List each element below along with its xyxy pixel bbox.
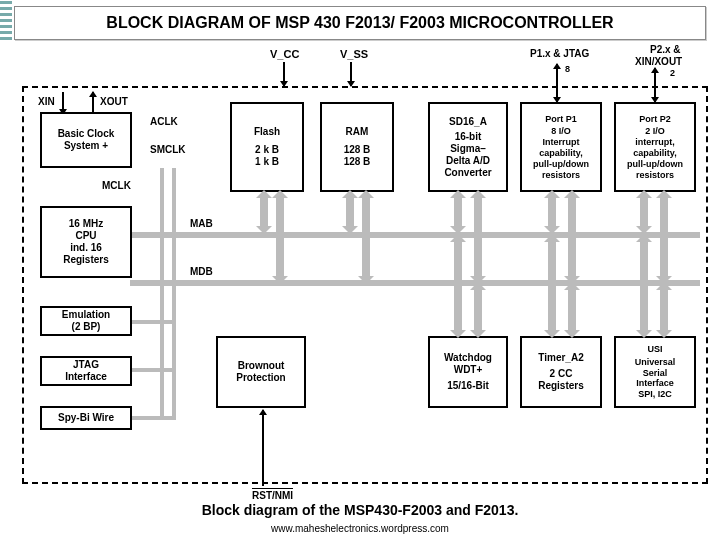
- vcc-label: V_CC: [270, 48, 299, 60]
- mdb-bus: [130, 280, 700, 286]
- rst-label: RST/NMI: [252, 488, 293, 501]
- xin-arrow: [62, 92, 64, 114]
- flash-block: Flash 2 k B 1 k B: [230, 102, 304, 192]
- mclk-label: MCLK: [102, 180, 131, 191]
- spy-conn: [132, 416, 176, 420]
- jtag-conn: [132, 368, 176, 372]
- watchdog-block: Watchdog WDT+ 15/16-Bit: [428, 336, 508, 408]
- xin-label: XIN: [38, 96, 55, 107]
- brownout-block: Brownout Protection: [216, 336, 306, 408]
- p1-bus-label: 8: [565, 64, 570, 74]
- p1-mab: [548, 194, 556, 230]
- corner-decoration: [0, 0, 12, 40]
- sd16-mdb: [474, 194, 482, 280]
- em-conn: [132, 320, 176, 324]
- ram-mdb: [362, 194, 370, 280]
- footer-url: www.maheshelectronics.wordpress.com: [0, 523, 720, 534]
- p1-mdb: [568, 194, 576, 280]
- mab-bus: [130, 232, 700, 238]
- timer-mdb: [568, 286, 576, 334]
- usi-mab: [640, 238, 648, 334]
- mdb-label: MDB: [190, 266, 213, 277]
- sd16-mab: [454, 194, 462, 230]
- vss-arrow: [350, 62, 352, 86]
- sd16-block: SD16_A 16-bit Sigma– Delta A/D Converter: [428, 102, 508, 192]
- caption: Block diagram of the MSP430-F2003 and F2…: [0, 502, 720, 518]
- xout-arrow: [92, 92, 94, 114]
- usi-mdb: [660, 286, 668, 334]
- smclk-label: SMCLK: [150, 144, 186, 155]
- page-title: BLOCK DIAGRAM OF MSP 430 F2013/ F2003 MI…: [106, 14, 613, 32]
- title-bar: BLOCK DIAGRAM OF MSP 430 F2013/ F2003 MI…: [14, 6, 706, 40]
- emulation-block: Emulation (2 BP): [40, 306, 132, 336]
- wdt-mdb: [474, 286, 482, 334]
- mab-label: MAB: [190, 218, 213, 229]
- p2-bus-label: 2: [670, 68, 675, 78]
- ram-mab: [346, 194, 354, 230]
- p2a-label: P2.x &: [650, 44, 681, 55]
- usi-block: USI Universal Serial Interface SPI, I2C: [614, 336, 696, 408]
- spybi-block: Spy-Bi Wire: [40, 406, 132, 430]
- p2b-label: XIN/XOUT: [635, 56, 682, 67]
- p1-label: P1.x & JTAG: [530, 48, 589, 59]
- ram-block: RAM 128 B 128 B: [320, 102, 394, 192]
- cpu-left-conn1: [160, 168, 164, 418]
- wdt-mab: [454, 238, 462, 334]
- top-pin-labels: V_CC V_SS P1.x & JTAG 8 P2.x & XIN/XOUT …: [40, 48, 700, 78]
- vcc-arrow: [283, 62, 285, 86]
- port2-block: Port P2 2 I/O interrupt, capability, pul…: [614, 102, 696, 192]
- p2-mab: [640, 194, 648, 230]
- vss-label: V_SS: [340, 48, 368, 60]
- cpu-left-conn2: [172, 168, 176, 418]
- cpu-block: 16 MHz CPU ind. 16 Registers: [40, 206, 132, 278]
- p2-mdb: [660, 194, 668, 280]
- basic-clock-block: Basic Clock System +: [40, 112, 132, 168]
- timer-block: Timer_A2 2 CC Registers: [520, 336, 602, 408]
- port1-block: Port P1 8 I/O Interrupt capability, pull…: [520, 102, 602, 192]
- flash-mab: [260, 194, 268, 230]
- aclk-label: ACLK: [150, 116, 178, 127]
- rst-arrow: [262, 410, 264, 486]
- xout-label: XOUT: [100, 96, 128, 107]
- flash-mdb: [276, 194, 284, 280]
- timer-mab: [548, 238, 556, 334]
- jtag-block: JTAG Interface: [40, 356, 132, 386]
